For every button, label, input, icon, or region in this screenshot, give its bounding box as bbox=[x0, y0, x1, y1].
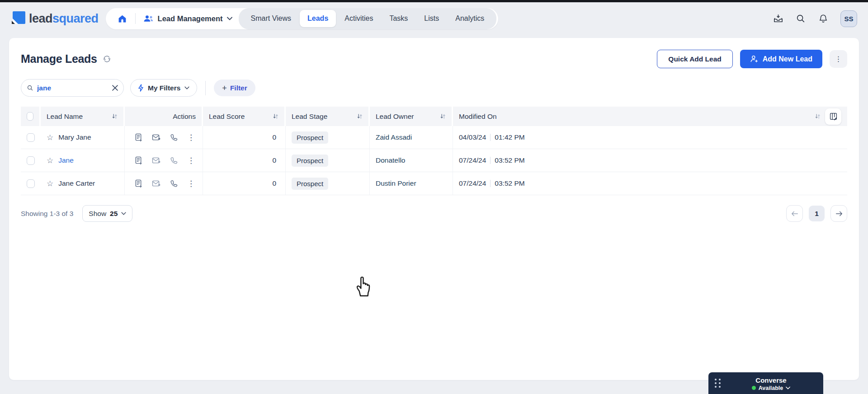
lead-owner[interactable]: Zaid Assadi bbox=[376, 133, 412, 141]
tab-leads[interactable]: Leads bbox=[300, 10, 336, 27]
stage-badge: Prospect bbox=[292, 178, 328, 190]
add-new-lead-label: Add New Lead bbox=[763, 55, 812, 63]
lead-name-link[interactable]: Jane Carter bbox=[58, 179, 95, 188]
row-more-button[interactable]: ⋮ bbox=[187, 156, 195, 165]
star-icon[interactable]: ☆ bbox=[47, 133, 53, 142]
app-menu-dropdown[interactable]: Lead Management bbox=[139, 14, 239, 23]
add-filter-button[interactable]: + Filter bbox=[214, 80, 255, 96]
header-actions: Quick Add Lead Add New Lead ⋮ bbox=[657, 50, 847, 68]
lead-score-cell: 0 bbox=[203, 126, 286, 149]
my-filters-dropdown[interactable]: My Filters bbox=[130, 79, 197, 97]
lead-owner[interactable]: Dustin Porier bbox=[376, 179, 416, 188]
inbox-import-icon bbox=[773, 14, 783, 24]
row-checkbox[interactable] bbox=[27, 156, 35, 165]
page-title: Manage Leads bbox=[21, 52, 97, 66]
note-add-icon bbox=[135, 179, 142, 188]
call-button[interactable] bbox=[170, 134, 178, 141]
row-more-button[interactable]: ⋮ bbox=[187, 133, 195, 142]
datetime-divider bbox=[490, 157, 491, 164]
users-icon bbox=[143, 14, 154, 23]
header-lead-score[interactable]: Lead Score bbox=[203, 107, 286, 126]
phone-icon bbox=[170, 134, 178, 141]
next-page-button[interactable] bbox=[830, 205, 847, 222]
pagination: 1 bbox=[786, 205, 847, 222]
search-icon bbox=[796, 14, 806, 23]
sort-icon[interactable] bbox=[269, 113, 278, 119]
card-header: Manage Leads Quick Add Lead Add New Lead… bbox=[21, 50, 847, 68]
more-options-button[interactable]: ⋮ bbox=[830, 50, 847, 68]
header-lead-name[interactable]: Lead Name bbox=[41, 107, 125, 126]
tab-tasks[interactable]: Tasks bbox=[382, 10, 415, 27]
add-activity-button[interactable] bbox=[135, 179, 142, 188]
sort-icon[interactable] bbox=[811, 113, 821, 119]
modified-time: 03:52 PM bbox=[495, 179, 524, 188]
add-activity-button[interactable] bbox=[135, 156, 142, 165]
call-button[interactable] bbox=[170, 157, 178, 164]
refresh-button[interactable] bbox=[103, 55, 111, 63]
user-avatar[interactable]: SS bbox=[840, 10, 857, 27]
header-lead-stage[interactable]: Lead Stage bbox=[286, 107, 370, 126]
sort-icon[interactable] bbox=[108, 113, 118, 119]
tab-analytics[interactable]: Analytics bbox=[448, 10, 492, 27]
lead-search-input[interactable] bbox=[37, 84, 108, 92]
close-icon bbox=[112, 85, 118, 91]
row-checkbox[interactable] bbox=[27, 179, 35, 188]
lead-name-link[interactable]: Jane bbox=[58, 156, 74, 164]
arrow-right-icon bbox=[835, 211, 843, 217]
leadsquared-logo-icon bbox=[11, 11, 25, 26]
envelope-icon bbox=[152, 157, 160, 164]
lead-name-link[interactable]: Mary Jane bbox=[58, 133, 91, 141]
sort-icon[interactable] bbox=[436, 113, 446, 119]
notifications-button[interactable] bbox=[818, 13, 829, 24]
tab-lists[interactable]: Lists bbox=[416, 10, 447, 27]
page-size-dropdown[interactable]: Show 25 bbox=[82, 205, 132, 222]
table-footer: Showing 1-3 of 3 Show 25 1 bbox=[21, 205, 847, 222]
note-add-icon bbox=[135, 133, 142, 142]
top-navbar: leadsquared Lead Management Smart Views … bbox=[0, 2, 868, 35]
converse-widget[interactable]: Converse Available bbox=[708, 372, 823, 394]
tab-smart-views[interactable]: Smart Views bbox=[243, 10, 299, 27]
app-menu-label: Lead Management bbox=[158, 14, 223, 23]
drag-handle-icon[interactable] bbox=[715, 379, 721, 388]
filter-divider bbox=[205, 81, 206, 95]
lead-search-box bbox=[21, 79, 124, 97]
header-lead-owner[interactable]: Lead Owner bbox=[370, 107, 453, 126]
edit-columns-button[interactable] bbox=[825, 108, 841, 125]
import-leads-button[interactable] bbox=[773, 13, 783, 24]
quick-add-lead-button[interactable]: Quick Add Lead bbox=[657, 50, 732, 68]
call-button[interactable] bbox=[170, 180, 178, 188]
available-status-dot bbox=[752, 386, 756, 390]
send-email-button[interactable] bbox=[152, 157, 160, 164]
leadsquared-logo[interactable]: leadsquared bbox=[11, 11, 99, 26]
columns-edit-icon bbox=[829, 112, 838, 121]
chevron-down-icon bbox=[227, 17, 232, 20]
tab-activities[interactable]: Activities bbox=[337, 10, 381, 27]
row-more-button[interactable]: ⋮ bbox=[187, 179, 195, 188]
availability-label: Available bbox=[759, 385, 783, 391]
previous-page-button[interactable] bbox=[786, 205, 803, 222]
modified-time: 03:52 PM bbox=[495, 156, 524, 164]
add-new-lead-button[interactable]: Add New Lead bbox=[740, 50, 822, 68]
modified-date: 07/24/24 bbox=[459, 179, 486, 188]
star-icon[interactable]: ☆ bbox=[47, 179, 53, 188]
clear-search-button[interactable] bbox=[112, 85, 118, 91]
select-all-checkbox[interactable] bbox=[27, 112, 33, 121]
datetime-divider bbox=[490, 134, 491, 141]
send-email-button[interactable] bbox=[152, 134, 160, 141]
chevron-down-icon bbox=[786, 386, 790, 389]
star-icon[interactable]: ☆ bbox=[47, 156, 53, 165]
send-email-button[interactable] bbox=[152, 180, 160, 187]
availability-dropdown[interactable]: Available bbox=[752, 385, 790, 391]
home-button[interactable] bbox=[113, 8, 132, 29]
lead-owner[interactable]: Donatello bbox=[376, 156, 406, 164]
page-number-button[interactable]: 1 bbox=[809, 206, 825, 221]
navbar-right: SS bbox=[773, 10, 857, 27]
envelope-icon bbox=[152, 180, 160, 187]
chevron-down-icon bbox=[184, 86, 189, 89]
row-checkbox[interactable] bbox=[27, 133, 35, 142]
nav-tab-strip: Smart Views Leads Activities Tasks Lists… bbox=[239, 8, 497, 29]
header-modified-on[interactable]: Modified On bbox=[453, 107, 847, 126]
sort-icon[interactable] bbox=[353, 113, 363, 119]
global-search-button[interactable] bbox=[795, 13, 806, 24]
add-activity-button[interactable] bbox=[135, 133, 142, 142]
